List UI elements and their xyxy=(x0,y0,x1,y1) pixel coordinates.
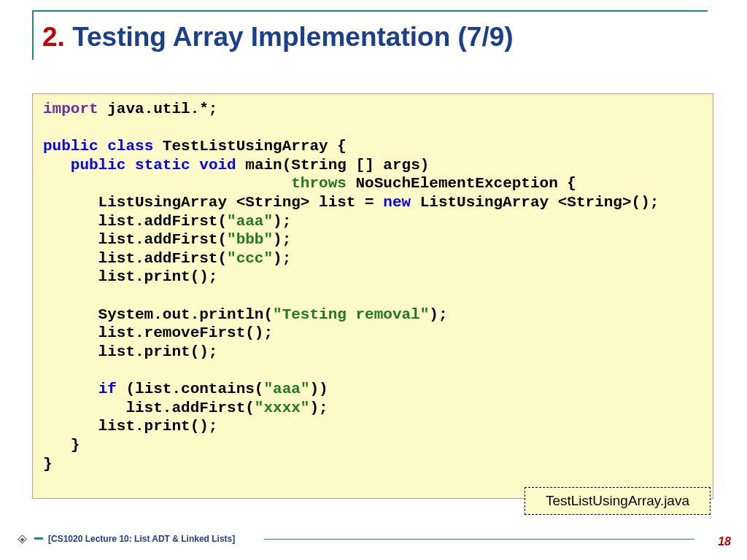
code-add3-post: ); xyxy=(273,250,291,267)
code-block: import java.util.*; public class TestLis… xyxy=(32,93,713,499)
footer-line-right xyxy=(264,539,694,540)
code-str: "Testing removal" xyxy=(273,306,429,323)
code-pkg: java.util.*; xyxy=(98,101,218,117)
code-print2: list.print(); xyxy=(43,343,217,360)
slide-border-top xyxy=(32,10,708,12)
code-addx-post: ); xyxy=(309,400,328,416)
footer-line-left xyxy=(34,537,43,540)
code-add1-post: ); xyxy=(273,213,291,230)
code-classname: TestListUsingArray { xyxy=(153,138,347,155)
kw-public: public xyxy=(71,157,126,174)
code-str: "aaa" xyxy=(227,213,273,230)
title-text: Testing Array Implementation (7/9) xyxy=(65,22,514,52)
title-number: 2. xyxy=(42,22,65,52)
code-sys-post: ); xyxy=(429,306,447,323)
code-close1: } xyxy=(43,437,80,454)
code-decl-post: ListUsingArray <String>(); xyxy=(411,194,659,211)
code-if-post: )) xyxy=(310,381,328,397)
code-if-pre: (list.contains( xyxy=(117,381,264,397)
code-str: "xxxx" xyxy=(255,400,310,416)
kw-static: static xyxy=(135,157,190,174)
code-mainsig: main(String [] args) xyxy=(236,157,430,174)
slide-title: 2. Testing Array Implementation (7/9) xyxy=(42,22,514,52)
code-close2: } xyxy=(43,456,53,472)
code-add2-pre: list.addFirst( xyxy=(43,231,227,248)
code-addx-pre: list.addFirst( xyxy=(43,400,255,416)
code-if-pad xyxy=(43,381,98,397)
code-str: "ccc" xyxy=(227,250,273,267)
code-pad xyxy=(43,175,291,192)
bullet-icon xyxy=(18,534,27,544)
page-number: 18 xyxy=(718,535,731,548)
code-indent xyxy=(43,157,71,174)
code-add1-pre: list.addFirst( xyxy=(43,213,227,230)
file-label: TestListUsingArray.java xyxy=(525,487,711,515)
code-exc: NoSuchElementException { xyxy=(347,175,576,192)
code-print1: list.print(); xyxy=(43,268,217,285)
code-remove: list.removeFirst(); xyxy=(43,324,273,341)
footer: [CS1020 Lecture 10: List ADT & Linked Li… xyxy=(0,528,747,545)
kw-if: if xyxy=(98,381,117,397)
kw-new: new xyxy=(383,194,411,211)
code-decl-pre: ListUsingArray <String> list = xyxy=(43,194,383,211)
slide-border-left xyxy=(32,10,34,60)
kw-import: import xyxy=(43,101,98,117)
kw-public: public xyxy=(43,138,98,155)
code-str: "aaa" xyxy=(263,381,309,397)
code-print3: list.print(); xyxy=(43,418,217,435)
code-add3-pre: list.addFirst( xyxy=(43,250,227,267)
kw-void: void xyxy=(199,157,236,174)
code-sys-pre: System.out.println( xyxy=(43,306,273,323)
kw-class: class xyxy=(107,138,153,155)
kw-throws: throws xyxy=(291,175,347,192)
footer-text: [CS1020 Lecture 10: List ADT & Linked Li… xyxy=(48,534,235,544)
code-add2-post: ); xyxy=(273,231,291,248)
code-str: "bbb" xyxy=(227,231,273,248)
